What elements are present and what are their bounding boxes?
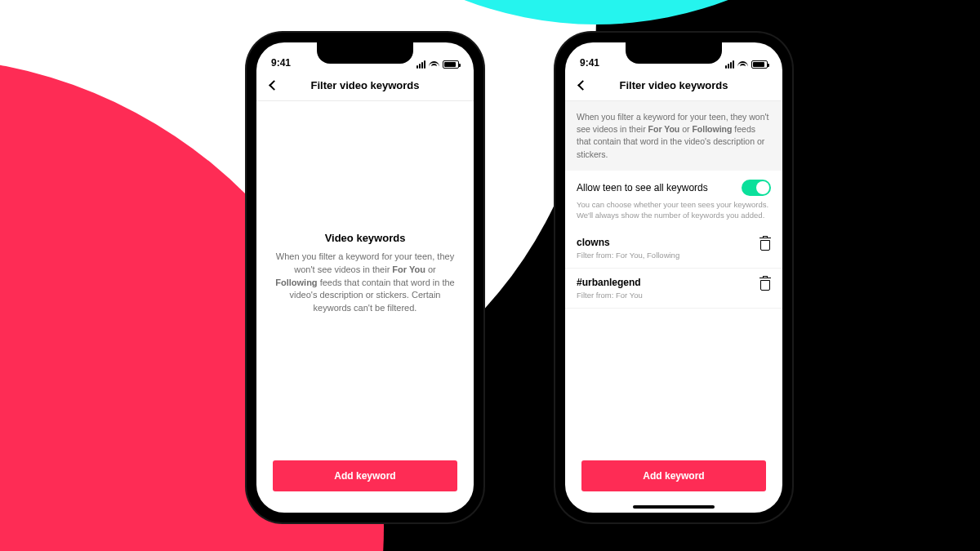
keyword-row: clowns Filter from: For You, Following: [565, 229, 782, 269]
cellular-icon: [416, 60, 425, 69]
nav-bar: Filter video keywords: [256, 70, 474, 101]
back-button[interactable]: [573, 77, 591, 95]
keyword-subtext: Filter from: For You: [577, 291, 643, 300]
notch: [317, 42, 413, 64]
keyword-text: #urbanlegend: [577, 277, 643, 288]
wifi-icon: [737, 61, 748, 69]
page-title: Filter video keywords: [565, 79, 782, 91]
phone-left: 9:41 Filter video keywords Video keyword…: [247, 33, 483, 522]
back-button[interactable]: [265, 77, 283, 95]
empty-state: Video keywords When you filter a keyword…: [256, 232, 474, 316]
spacer: [256, 101, 474, 232]
empty-state-body: When you filter a keyword for your teen,…: [274, 251, 456, 316]
button-area: Add keyword: [256, 446, 474, 513]
setting-label: Allow teen to see all keywords: [577, 182, 708, 193]
spacer: [256, 315, 474, 446]
cellular-icon: [725, 60, 734, 69]
wifi-icon: [429, 61, 439, 69]
allow-keywords-setting: Allow teen to see all keywords You can c…: [565, 171, 782, 229]
trash-icon: [763, 236, 768, 238]
status-right: [725, 60, 768, 69]
chevron-left-icon: [269, 80, 279, 91]
nav-bar: Filter video keywords: [565, 70, 782, 101]
info-banner: When you filter a keyword for your teen,…: [565, 101, 782, 171]
spacer: [565, 309, 782, 446]
status-time: 9:41: [271, 57, 291, 69]
status-time: 9:41: [580, 57, 599, 69]
screen-left: 9:41 Filter video keywords Video keyword…: [256, 42, 474, 513]
page-title: Filter video keywords: [256, 79, 474, 91]
keyword-text: clowns: [577, 237, 679, 248]
setting-subtext: You can choose whether your teen sees yo…: [577, 199, 771, 221]
battery-icon: [751, 60, 768, 69]
keyword-row: #urbanlegend Filter from: For You: [565, 269, 782, 309]
screen-right: 9:41 Filter video keywords When you filt…: [565, 42, 782, 513]
stage: 9:41 Filter video keywords Video keyword…: [0, 0, 980, 551]
keyword-info: #urbanlegend Filter from: For You: [577, 277, 643, 300]
setting-row: Allow teen to see all keywords: [577, 180, 771, 196]
phone-right: 9:41 Filter video keywords When you filt…: [555, 33, 792, 522]
status-right: [416, 60, 459, 69]
add-keyword-button[interactable]: Add keyword: [273, 460, 457, 491]
home-indicator[interactable]: [633, 505, 715, 509]
notch: [626, 42, 722, 64]
button-area: Add keyword: [565, 446, 782, 513]
keyword-info: clowns Filter from: For You, Following: [577, 237, 679, 260]
chevron-left-icon: [577, 80, 588, 91]
keyword-subtext: Filter from: For You, Following: [577, 251, 679, 260]
delete-keyword-button[interactable]: [760, 238, 771, 251]
empty-state-title: Video keywords: [274, 232, 456, 244]
allow-keywords-toggle[interactable]: [742, 180, 771, 196]
add-keyword-button[interactable]: Add keyword: [581, 460, 766, 491]
battery-icon: [443, 60, 459, 69]
trash-icon: [763, 276, 768, 278]
delete-keyword-button[interactable]: [760, 278, 771, 291]
